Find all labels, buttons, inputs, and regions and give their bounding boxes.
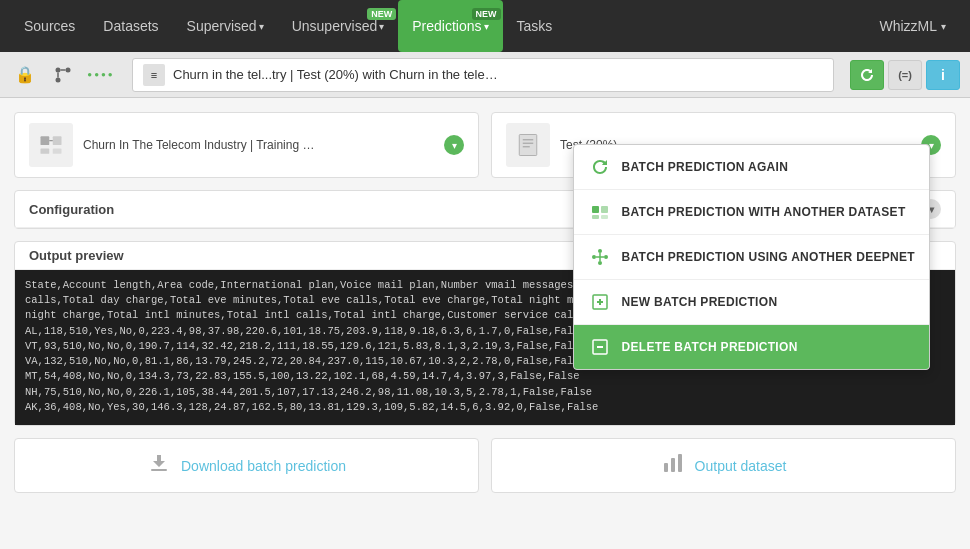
new-batch-label: NEW BATCH PREDICTION: [622, 295, 778, 309]
config-label: Configuration: [29, 202, 114, 217]
supervised-dropdown-arrow: ▾: [259, 21, 264, 32]
training-card-icon: [29, 123, 73, 167]
svg-rect-18: [592, 206, 599, 213]
svg-rect-14: [151, 469, 167, 471]
nav-item-supervised[interactable]: Supervised ▾: [173, 0, 278, 52]
test-card-icon: [506, 123, 550, 167]
svg-point-0: [56, 67, 61, 72]
nav-label-supervised: Supervised: [187, 18, 257, 34]
nav-label-predictions: Predictions: [412, 18, 481, 34]
toolbar-title: ≡ Churn in the tel...try | Test (20%) wi…: [132, 58, 834, 92]
batch-again-label: BATCH PREDICTION AGAIN: [622, 160, 789, 174]
nav-label-sources: Sources: [24, 18, 75, 34]
output-dataset-button[interactable]: Output dataset: [491, 438, 956, 493]
svg-rect-7: [41, 149, 50, 154]
batch-dataset-icon: [588, 200, 612, 224]
dropdown-batch-deepnet[interactable]: BATCH PREDICTION USING ANOTHER DEEPNET: [574, 235, 929, 280]
svg-rect-21: [601, 215, 608, 219]
svg-rect-8: [53, 149, 62, 154]
nav-item-sources[interactable]: Sources: [10, 0, 89, 52]
nav-badge-unsupervised: NEW: [367, 8, 396, 20]
training-card-chevron[interactable]: ▾: [444, 135, 464, 155]
svg-rect-15: [664, 463, 668, 472]
nav-item-datasets[interactable]: Datasets: [89, 0, 172, 52]
svg-rect-5: [41, 136, 50, 145]
bottom-buttons: Download batch prediction Output dataset: [14, 438, 956, 493]
toolbar-actions: (=) i: [850, 60, 960, 90]
batch-deepnet-label: BATCH PREDICTION USING ANOTHER DEEPNET: [622, 250, 915, 264]
progress-dots: ●●●●: [86, 60, 116, 90]
nav-label-datasets: Datasets: [103, 18, 158, 34]
svg-rect-10: [519, 135, 537, 156]
svg-point-1: [66, 67, 71, 72]
predictions-dropdown-arrow: ▾: [484, 21, 489, 32]
delete-batch-icon: [588, 335, 612, 359]
dropdown-new-batch[interactable]: NEW BATCH PREDICTION: [574, 280, 929, 325]
batch-deepnet-icon: [588, 245, 612, 269]
svg-rect-17: [678, 454, 682, 472]
branch-icon[interactable]: [48, 60, 78, 90]
svg-point-2: [56, 77, 61, 82]
info-button[interactable]: i: [926, 60, 960, 90]
download-button[interactable]: Download batch prediction: [14, 438, 479, 493]
dropdown-batch-again[interactable]: BATCH PREDICTION AGAIN: [574, 145, 929, 190]
title-doc-icon: ≡: [143, 64, 165, 86]
top-nav: Sources Datasets Supervised ▾ NEW Unsupe…: [0, 0, 970, 52]
main-content: Churn In The Telecom Industry | Training…: [0, 98, 970, 549]
svg-point-23: [598, 249, 602, 253]
svg-rect-19: [601, 206, 608, 213]
dropdown-delete-batch[interactable]: DELETE BATCH PREDICTION: [574, 325, 929, 369]
chart-icon: [661, 451, 685, 480]
output-dataset-label: Output dataset: [695, 458, 787, 474]
output-line-7: NH,75,510,No,No,0,226.1,105,38.44,201.5,…: [25, 385, 945, 400]
output-line-8: AK,36,408,No,Yes,30,146.3,128,24.87,162.…: [25, 400, 945, 415]
svg-rect-16: [671, 458, 675, 472]
toolbar: 🔒 ●●●● ≡ Churn in the tel...try | Test (…: [0, 52, 970, 98]
svg-point-25: [598, 261, 602, 265]
unsupervised-dropdown-arrow: ▾: [379, 21, 384, 32]
nav-item-unsupervised[interactable]: NEW Unsupervised ▾: [278, 0, 399, 52]
dropdown-batch-another-dataset[interactable]: BATCH PREDICTION WITH ANOTHER DATASET: [574, 190, 929, 235]
svg-point-22: [592, 255, 596, 259]
nav-user[interactable]: WhizzML ▾: [865, 18, 960, 34]
delete-batch-label: DELETE BATCH PREDICTION: [622, 340, 798, 354]
new-batch-icon: [588, 290, 612, 314]
batch-again-icon: [588, 155, 612, 179]
download-icon: [147, 451, 171, 480]
nav-label-unsupervised: Unsupervised: [292, 18, 378, 34]
svg-rect-20: [592, 215, 599, 219]
nav-item-predictions[interactable]: NEW Predictions ▾: [398, 0, 502, 52]
training-card: Churn In The Telecom Industry | Training…: [14, 112, 479, 178]
nav-label-tasks: Tasks: [517, 18, 553, 34]
lock-icon[interactable]: 🔒: [10, 60, 40, 90]
output-line-6: MT,54,408,No,No,0,134.3,73,22.83,155.5,1…: [25, 369, 945, 384]
nav-item-tasks[interactable]: Tasks: [503, 0, 567, 52]
svg-rect-6: [53, 136, 62, 145]
eq-button[interactable]: (=): [888, 60, 922, 90]
refresh-button[interactable]: [850, 60, 884, 90]
nav-user-label: WhizzML: [879, 18, 937, 34]
dropdown-menu: BATCH PREDICTION AGAIN BATCH PREDICTION …: [573, 144, 930, 370]
output-label: Output preview: [29, 248, 124, 263]
training-card-label: Churn In The Telecom Industry | Training…: [83, 138, 434, 152]
toolbar-title-text: Churn in the tel...try | Test (20%) with…: [173, 67, 498, 82]
batch-another-dataset-label: BATCH PREDICTION WITH ANOTHER DATASET: [622, 205, 906, 219]
user-dropdown-arrow: ▾: [941, 21, 946, 32]
nav-badge-predictions: NEW: [472, 8, 501, 20]
download-label: Download batch prediction: [181, 458, 346, 474]
svg-point-24: [604, 255, 608, 259]
